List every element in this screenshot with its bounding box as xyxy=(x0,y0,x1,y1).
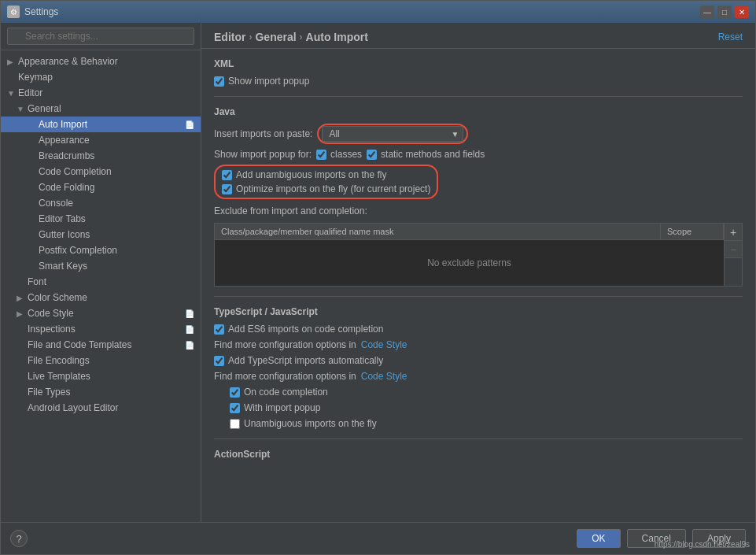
sidebar-item-code-style[interactable]: ▶ Code Style 📄 xyxy=(1,305,201,321)
arrow-spacer xyxy=(28,168,37,176)
insert-imports-label: Insert imports on paste: xyxy=(214,128,312,139)
table-add-button[interactable]: + xyxy=(725,224,742,241)
arrow-spacer xyxy=(28,183,37,192)
insert-imports-row: Insert imports on paste: All Ask None ▼ xyxy=(214,124,743,144)
sidebar-item-console[interactable]: Console xyxy=(1,195,201,211)
classes-check[interactable]: classes xyxy=(316,149,362,160)
sidebar-item-live-templates[interactable]: Live Templates xyxy=(1,368,201,384)
unambiguous-imports-fly-check[interactable]: Unambiguous imports on the fly xyxy=(230,418,377,429)
sidebar-item-label: Code Style xyxy=(28,308,185,319)
sidebar-item-color-scheme[interactable]: ▶ Color Scheme xyxy=(1,290,201,305)
reset-button[interactable]: Reset xyxy=(718,31,743,43)
static-methods-checkbox[interactable] xyxy=(367,150,377,160)
arrow-spacer xyxy=(28,136,37,145)
on-code-completion-checkbox[interactable] xyxy=(230,387,240,398)
cancel-button[interactable]: Cancel xyxy=(627,529,686,548)
find-more-1-row: Find more configuration options in Code … xyxy=(214,339,743,350)
sidebar-item-code-completion[interactable]: Code Completion xyxy=(1,164,201,179)
add-es6-checkbox[interactable] xyxy=(214,324,224,335)
optimize-imports-checkbox[interactable] xyxy=(222,184,232,194)
add-unambiguous-check[interactable]: Add unambiguous imports on the fly xyxy=(222,169,386,180)
add-typescript-checkbox[interactable] xyxy=(214,356,224,366)
add-unambiguous-checkbox[interactable] xyxy=(222,170,232,180)
minimize-button[interactable]: — xyxy=(700,6,714,18)
sidebar-item-label: Font xyxy=(28,276,194,287)
exclude-table-section: Class/package/member qualified name mask… xyxy=(214,223,743,287)
arrow-spacer xyxy=(17,341,26,350)
breadcrumb-general: General xyxy=(255,31,296,43)
sidebar-item-code-folding[interactable]: Code Folding xyxy=(1,179,201,195)
add-typescript-label: Add TypeScript imports automatically xyxy=(228,355,383,366)
xml-show-import-popup-check[interactable]: Show import popup xyxy=(214,76,309,87)
sidebar-item-android-layout-editor[interactable]: Android Layout Editor xyxy=(1,400,201,416)
arrow-icon: ▶ xyxy=(17,309,26,318)
sidebar-item-auto-import[interactable]: Auto Import 📄 xyxy=(1,117,201,132)
sidebar-item-editor[interactable]: ▼ Editor xyxy=(1,85,201,101)
static-methods-check[interactable]: static methods and fields xyxy=(367,149,485,160)
arrow-spacer xyxy=(17,278,26,287)
code-style-link-2[interactable]: Code Style xyxy=(361,371,408,382)
add-typescript-check[interactable]: Add TypeScript imports automatically xyxy=(214,355,383,366)
table-col2-header: Scope xyxy=(661,224,724,239)
arrow-icon: ▶ xyxy=(17,294,26,302)
xml-section-title: XML xyxy=(214,58,743,69)
content-panel: Editor › General › Auto Import Reset XML xyxy=(201,23,755,522)
with-import-popup-check[interactable]: With import popup xyxy=(230,402,320,413)
config-icon: 📄 xyxy=(185,341,194,350)
optimize-imports-check[interactable]: Optimize imports on the fly (for current… xyxy=(222,183,430,194)
optimize-imports-row: Optimize imports on the fly (for current… xyxy=(222,183,430,194)
java-section-title: Java xyxy=(214,106,743,117)
classes-checkbox[interactable] xyxy=(316,150,326,160)
breadcrumb-sep-2: › xyxy=(300,31,303,43)
arrow-spacer xyxy=(28,246,37,255)
search-input[interactable] xyxy=(7,28,194,45)
sidebar-item-label: Appearance & Behavior xyxy=(18,56,194,67)
sidebar-item-file-types[interactable]: File Types xyxy=(1,384,201,400)
main-area: 🔍 ▶ Appearance & Behavior Keymap xyxy=(1,23,755,522)
maximize-button[interactable]: □ xyxy=(717,6,732,18)
xml-show-import-popup-label: Show import popup xyxy=(228,76,309,87)
sidebar-item-file-encodings[interactable]: File Encodings xyxy=(1,353,201,368)
sidebar-item-keymap[interactable]: Keymap xyxy=(1,69,201,85)
code-style-link-1[interactable]: Code Style xyxy=(361,339,408,350)
arrow-icon: ▶ xyxy=(7,57,17,66)
unambiguous-imports-fly-checkbox[interactable] xyxy=(230,419,240,429)
title-bar: ⚙ Settings — □ ✕ xyxy=(1,1,755,23)
sidebar-item-file-code-templates[interactable]: File and Code Templates 📄 xyxy=(1,337,201,353)
arrow-icon: ▼ xyxy=(7,89,17,98)
sidebar-item-breadcrumbs[interactable]: Breadcrumbs xyxy=(1,148,201,164)
sidebar-item-smart-keys[interactable]: Smart Keys xyxy=(1,258,201,274)
content-header: Editor › General › Auto Import Reset xyxy=(201,23,755,49)
on-code-completion-check[interactable]: On code completion xyxy=(230,387,328,398)
bottom-right: OK Cancel Apply xyxy=(577,529,746,548)
arrow-spacer xyxy=(28,199,37,208)
config-icon: 📄 xyxy=(185,325,194,334)
add-es6-check[interactable]: Add ES6 imports on code completion xyxy=(214,324,383,335)
sidebar-item-inspections[interactable]: Inspections 📄 xyxy=(1,321,201,337)
on-code-completion-row: On code completion xyxy=(214,387,743,398)
add-typescript-row: Add TypeScript imports automatically xyxy=(214,355,743,366)
table-remove-button[interactable]: − xyxy=(725,241,742,258)
window-icon: ⚙ xyxy=(7,6,20,18)
help-button[interactable]: ? xyxy=(10,530,28,547)
table-header-row: Class/package/member qualified name mask… xyxy=(214,223,725,239)
apply-button[interactable]: Apply xyxy=(692,529,746,548)
sidebar-item-gutter-icons[interactable]: Gutter Icons xyxy=(1,227,201,242)
sidebar-item-editor-tabs[interactable]: Editor Tabs xyxy=(1,211,201,227)
sidebar-item-appearance-behavior[interactable]: ▶ Appearance & Behavior xyxy=(1,54,201,69)
xml-show-import-popup-checkbox[interactable] xyxy=(214,76,224,87)
close-button[interactable]: ✕ xyxy=(735,6,749,18)
with-import-popup-checkbox[interactable] xyxy=(230,403,240,413)
sidebar-item-label: Console xyxy=(39,198,194,209)
sidebar-item-label: Keymap xyxy=(18,72,194,83)
table-side-buttons: + − xyxy=(725,223,743,287)
arrow-spacer xyxy=(28,152,37,161)
insert-imports-select[interactable]: All Ask None xyxy=(322,126,463,142)
find-more-1-text: Find more configuration options in xyxy=(214,339,356,350)
sidebar-item-general[interactable]: ▼ General xyxy=(1,101,201,117)
sidebar-item-postfix-completion[interactable]: Postfix Completion xyxy=(1,242,201,258)
sidebar-item-appearance[interactable]: Appearance xyxy=(1,132,201,148)
ok-button[interactable]: OK xyxy=(577,529,620,548)
bottom-bar: ? OK Cancel Apply xyxy=(1,522,755,554)
sidebar-item-font[interactable]: Font xyxy=(1,274,201,290)
